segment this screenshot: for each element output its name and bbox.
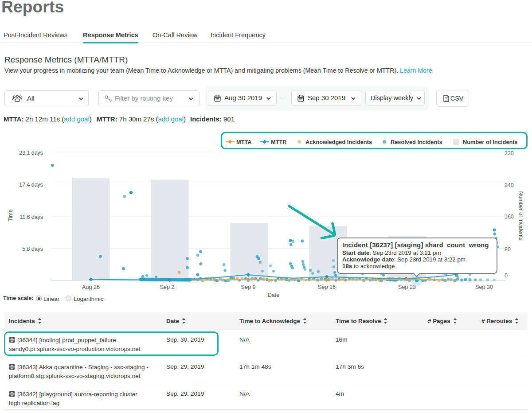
svg-text:Time: Time <box>8 209 14 221</box>
svg-text:Acknowledged Incidents: Acknowledged Incidents <box>305 139 372 145</box>
svg-text:Sep 30: Sep 30 <box>475 284 493 290</box>
svg-text:11.6 days: 11.6 days <box>20 214 43 220</box>
svg-text:MTTR: MTTR <box>271 139 287 145</box>
svg-text:Aug 26: Aug 26 <box>82 284 100 290</box>
svg-text:0: 0 <box>505 273 508 279</box>
svg-text:17.4 days: 17.4 days <box>19 182 43 188</box>
svg-text:80: 80 <box>505 246 511 253</box>
svg-text:Sep 2: Sep 2 <box>160 284 175 290</box>
svg-text:Sep 23: Sep 23 <box>398 284 416 290</box>
svg-text:240: 240 <box>505 182 514 188</box>
svg-text:Number of Incidents: Number of Incidents <box>463 139 518 145</box>
svg-text:Sep 16: Sep 16 <box>318 284 336 290</box>
svg-text:Date: Date <box>268 292 280 298</box>
svg-text:5.8 days: 5.8 days <box>22 246 43 252</box>
svg-text:320: 320 <box>505 150 514 156</box>
svg-text:160: 160 <box>505 214 514 220</box>
svg-text:Resolved Incidents: Resolved Incidents <box>391 139 442 145</box>
svg-text:MTTA: MTTA <box>236 139 252 145</box>
svg-text:Sep 9: Sep 9 <box>241 284 256 290</box>
svg-text:Number of Incidents: Number of Incidents <box>518 191 524 241</box>
svg-text:23.1 days: 23.1 days <box>19 150 43 156</box>
